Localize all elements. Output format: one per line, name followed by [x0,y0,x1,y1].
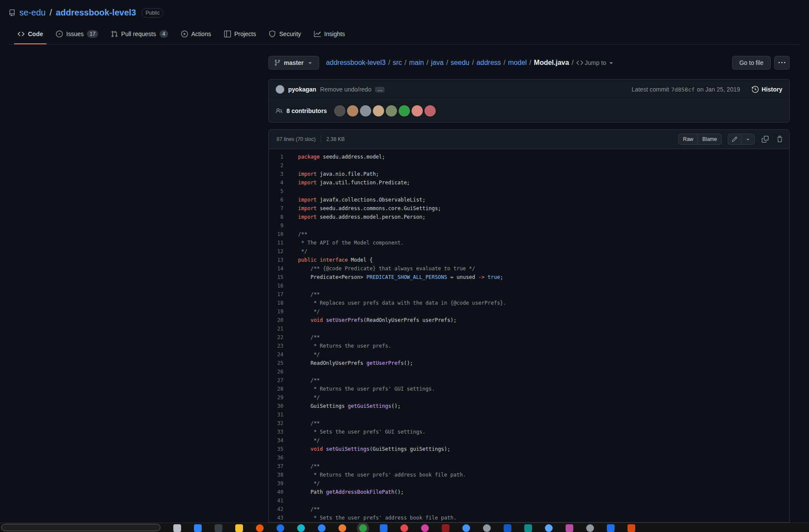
tab-code[interactable]: Code [14,24,46,44]
line-number[interactable]: 35 [269,445,290,453]
commit-author-link[interactable]: pyokagan [288,86,316,93]
line-number[interactable]: 43 [269,514,290,522]
copy-raw-button[interactable] [761,135,769,144]
taskbar-app-icon[interactable] [318,524,326,532]
taskbar-app-icon[interactable] [173,524,181,532]
commit-author-avatar[interactable] [276,85,284,94]
line-number[interactable]: 16 [269,281,290,290]
line-number[interactable]: 36 [269,453,290,462]
line-number[interactable]: 34 [269,436,290,445]
breadcrumb-item[interactable]: src [393,59,402,67]
line-number[interactable]: 37 [269,462,290,471]
taskbar-app-icon[interactable] [483,524,491,532]
contributor-avatar[interactable] [347,105,358,116]
line-number[interactable]: 25 [269,359,290,367]
commit-sha-link[interactable]: 7d858cf [671,86,695,93]
line-number[interactable]: 12 [269,247,290,256]
tab-issues[interactable]: Issues17 [52,24,102,44]
repo-owner-link[interactable]: se-edu [19,8,46,18]
line-number[interactable]: 17 [269,290,290,299]
go-to-file-button[interactable]: Go to file [732,56,771,70]
line-number[interactable]: 41 [269,496,290,505]
taskbar-app-icon[interactable] [256,524,264,532]
blame-button[interactable]: Blame [698,134,722,145]
taskbar-app-icon[interactable] [566,524,573,532]
taskbar-app-icon[interactable] [297,524,305,532]
line-number[interactable]: 2 [269,161,290,170]
taskbar-app-icon[interactable] [607,524,615,532]
line-number[interactable]: 15 [269,273,290,281]
taskbar-app-icon[interactable] [628,524,635,532]
line-number[interactable]: 30 [269,402,290,410]
line-number[interactable]: 39 [269,479,290,488]
breadcrumb-item[interactable]: main [409,59,424,67]
taskbar-app-icon[interactable] [338,524,346,532]
taskbar-app-icon[interactable] [277,524,284,532]
line-number[interactable]: 8 [269,213,290,221]
branch-selector[interactable]: master [268,56,319,70]
tab-projects[interactable]: Projects [221,24,260,44]
contributor-avatar[interactable] [386,105,397,116]
taskbar-app-icon[interactable] [380,524,388,532]
line-number[interactable]: 29 [269,393,290,402]
taskbar-app-icon[interactable] [524,524,532,532]
taskbar-app-icon[interactable] [235,524,243,532]
line-number[interactable]: 28 [269,385,290,393]
tab-insights[interactable]: Insights [311,24,348,44]
line-number[interactable]: 22 [269,333,290,342]
line-number[interactable]: 7 [269,204,290,213]
jump-to-button[interactable]: Jump to [576,59,615,66]
line-number[interactable]: 38 [269,471,290,479]
tab-actions[interactable]: Actions [178,24,215,44]
taskbar-app-icon[interactable] [359,524,367,532]
taskbar-app-icon[interactable] [400,524,408,532]
tab-security[interactable]: Security [265,24,305,44]
contributor-avatar[interactable] [334,105,345,116]
line-number[interactable]: 20 [269,316,290,324]
breadcrumb-item[interactable]: addressbook-level3 [326,59,386,67]
line-number[interactable]: 33 [269,428,290,436]
line-number[interactable]: 23 [269,342,290,350]
line-number[interactable]: 40 [269,488,290,496]
contributor-avatar[interactable] [424,105,436,116]
breadcrumb-item[interactable]: seedu [451,59,470,67]
contributor-avatar[interactable] [360,105,371,116]
raw-button[interactable]: Raw [678,134,698,145]
contributors-link[interactable]: 8 contributors [286,107,327,114]
taskbar-app-icon[interactable] [586,524,594,532]
taskbar-app-icon[interactable] [504,524,511,532]
delete-file-button[interactable] [775,135,784,144]
edit-file-button[interactable] [728,134,741,145]
more-options-button[interactable] [774,56,790,70]
taskbar-app-icon[interactable] [215,524,222,532]
line-number[interactable]: 21 [269,324,290,333]
line-number[interactable]: 9 [269,221,290,230]
taskbar-app-icon[interactable] [545,524,553,532]
line-number[interactable]: 4 [269,178,290,187]
taskbar-search-box[interactable] [1,524,160,531]
line-number[interactable]: 31 [269,410,290,419]
line-number[interactable]: 14 [269,264,290,273]
line-number[interactable]: 11 [269,238,290,247]
taskbar-app-icon[interactable] [462,524,470,532]
commit-message-link[interactable]: Remove undo/redo [320,86,371,93]
line-number[interactable]: 6 [269,196,290,204]
line-number[interactable]: 13 [269,256,290,264]
commit-description-toggle[interactable]: … [375,87,385,92]
taskbar-app-icon[interactable] [442,524,449,532]
line-number[interactable]: 26 [269,367,290,376]
taskbar-app-icon[interactable] [421,524,429,532]
line-number[interactable]: 27 [269,376,290,385]
line-number[interactable]: 24 [269,350,290,359]
repo-name-link[interactable]: addressbook-level3 [56,8,136,18]
breadcrumb-item[interactable]: model [508,59,527,67]
line-number[interactable]: 3 [269,170,290,178]
history-link[interactable]: History [752,86,782,93]
contributor-avatar[interactable] [412,105,423,116]
breadcrumb-item[interactable]: java [431,59,443,67]
contributor-avatar[interactable] [399,105,410,116]
line-number[interactable]: 5 [269,187,290,196]
line-number[interactable]: 10 [269,230,290,238]
edit-dropdown-button[interactable] [741,134,755,145]
tab-pull-requests[interactable]: Pull requests4 [108,24,172,44]
